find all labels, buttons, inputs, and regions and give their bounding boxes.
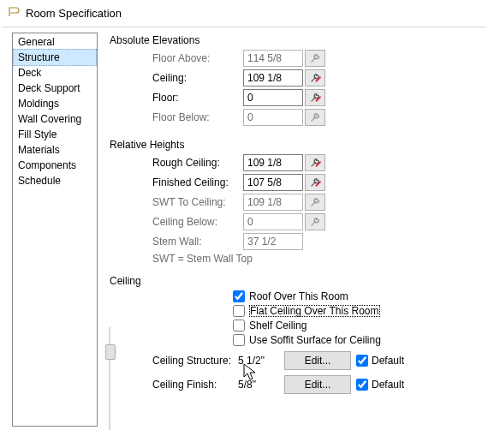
sidebar-item-structure[interactable]: Structure: [13, 49, 97, 66]
wrench-icon[interactable]: [305, 194, 325, 211]
vertical-slider-thumb[interactable]: [105, 344, 116, 360]
default-label: Default: [372, 355, 404, 367]
wrench-icon[interactable]: [305, 109, 325, 126]
wrench-icon[interactable]: [305, 50, 325, 67]
sidebar-item-components[interactable]: Components: [14, 158, 96, 173]
category-list[interactable]: GeneralStructureDeckDeck SupportMoldings…: [12, 33, 98, 427]
value-input: [243, 213, 303, 230]
field-label: SWT To Ceiling:: [152, 196, 243, 208]
checkbox[interactable]: [233, 305, 245, 317]
window-title: Room Specification: [26, 7, 122, 20]
wrench-icon[interactable]: [305, 213, 325, 230]
value-input[interactable]: [243, 154, 303, 171]
sidebar-item-fill-style[interactable]: Fill Style: [14, 127, 96, 142]
value-input: [243, 109, 303, 126]
field-label: Stem Wall:: [152, 236, 243, 248]
sidebar-item-general[interactable]: General: [14, 34, 96, 50]
value-input: [243, 194, 303, 211]
swt-note: SWT = Stem Wall Top: [152, 253, 478, 265]
field-label: Finished Ceiling:: [152, 176, 243, 188]
value-input[interactable]: [243, 89, 303, 106]
sidebar-item-wall-covering[interactable]: Wall Covering: [14, 111, 96, 127]
sidebar-item-materials[interactable]: Materials: [14, 142, 96, 158]
checkbox-label: Roof Over This Room: [249, 290, 348, 302]
checkbox-label: Shelf Ceiling: [249, 320, 306, 332]
field-label: Floor Above:: [152, 52, 243, 64]
field-label: Floor Below:: [152, 111, 243, 123]
value-input: [243, 50, 303, 67]
sidebar-item-deck[interactable]: Deck: [14, 65, 96, 81]
value-input[interactable]: [243, 174, 303, 191]
sidebar-item-moldings[interactable]: Moldings: [14, 96, 96, 111]
checkbox-label: Use Soffit Surface for Ceiling: [249, 334, 381, 346]
sidebar-item-deck-support[interactable]: Deck Support: [14, 81, 96, 96]
section-ceiling: Ceiling: [110, 275, 478, 287]
field-label: Rough Ceiling:: [152, 157, 243, 169]
value-text: 5/8": [238, 379, 284, 391]
value-text: 5 1/2": [238, 355, 284, 367]
field-label: Ceiling:: [152, 72, 243, 84]
value-input: [243, 233, 303, 250]
checkbox-label: Flat Ceiling Over This Room: [249, 305, 380, 317]
default-checkbox[interactable]: [356, 355, 368, 367]
wrench-icon[interactable]: [305, 69, 325, 87]
field-label: Ceiling Structure:: [152, 355, 238, 367]
section-absolute-elevations: Absolute Elevations: [110, 34, 478, 46]
sidebar-item-schedule[interactable]: Schedule: [14, 173, 96, 188]
edit-button[interactable]: Edit...: [284, 375, 351, 394]
vertical-slider-rail: [109, 327, 110, 430]
wrench-icon[interactable]: [305, 174, 325, 191]
edit-button[interactable]: Edit...: [284, 351, 351, 370]
checkbox[interactable]: [233, 334, 245, 346]
field-label: Ceiling Below:: [152, 216, 243, 228]
field-label: Floor:: [152, 92, 243, 104]
wrench-icon[interactable]: [305, 154, 325, 171]
field-label: Ceiling Finish:: [152, 379, 238, 391]
value-input[interactable]: [243, 69, 303, 87]
window-icon: [7, 5, 21, 21]
wrench-icon[interactable]: [305, 89, 325, 106]
checkbox[interactable]: [233, 290, 245, 302]
default-checkbox[interactable]: [356, 379, 368, 391]
section-relative-heights: Relative Heights: [110, 139, 478, 151]
default-label: Default: [372, 379, 404, 391]
checkbox[interactable]: [233, 320, 245, 332]
